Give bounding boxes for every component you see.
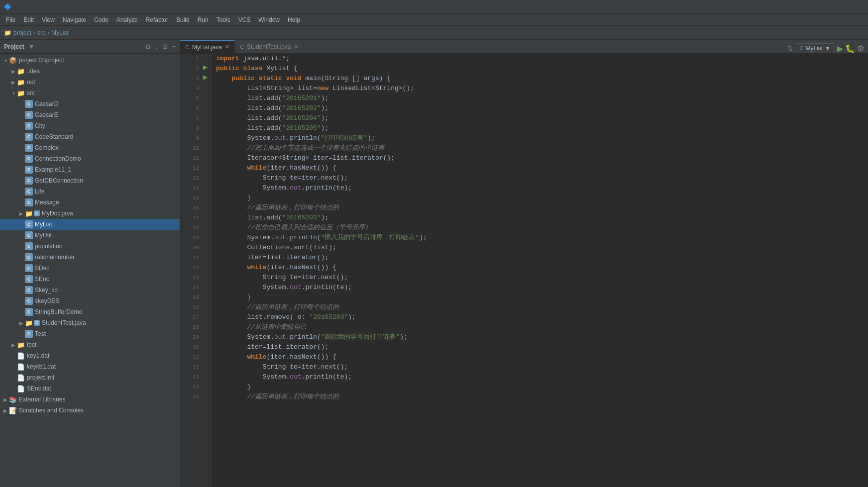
panel-icon-expand[interactable]: ⊞ [162,43,168,50]
tree-item-key1.dat[interactable]: 📄key1.dat [0,350,180,361]
panel-dropdown[interactable]: ▼ [28,43,35,50]
breadcrumb-sep2: › [47,29,49,36]
tab-mylist[interactable]: C MyList.java ✕ [180,40,235,53]
menu-item-file[interactable]: File [2,15,19,24]
line-num-16: 16 [193,203,199,213]
tree-item-skeyDES[interactable]: CskeyDES [0,295,180,306]
tree-item-SEnc.dat[interactable]: 📄SEnc.dat [0,383,180,394]
tree-item-population[interactable]: Cpopulation [0,241,180,252]
run-config-dropdown-icon: ▼ [825,45,831,52]
code-line-29: System.out.println("删除我的学号后打印链表"); [216,332,868,342]
tree-item-project.iml[interactable]: 📄project.iml [0,372,180,383]
menu-item-tools[interactable]: Tools [213,15,234,24]
line-num-21: 21 [193,253,199,263]
breadcrumb-mylist[interactable]: MyList [51,29,69,36]
editor-area: C MyList.java ✕ C StudentTest.java ✕ ⇅ C… [180,40,868,487]
tree-item-idea[interactable]: ▶📁.idea [0,66,180,77]
menu-item-build[interactable]: Build [172,15,194,24]
menu-item-help[interactable]: Help [284,15,304,24]
tree-item-CaesarE[interactable]: CCaesarE [0,109,180,120]
tree-item-scratches[interactable]: ▶📝Scratches and Consoles [0,405,180,416]
tree-item-Life[interactable]: CLife [0,186,180,197]
tree-item-Message[interactable]: CMessage [0,197,180,208]
menu-item-window[interactable]: Window [254,15,284,24]
tree-item-Example11_1[interactable]: CExample11_1 [0,164,180,175]
tree-item-SDec[interactable]: CSDec [0,263,180,274]
tree-item-test[interactable]: ▶📁test [0,339,180,350]
code-line-20: Collections.sort(list); [216,243,868,253]
code-line-4: List<String> list=new LinkedList<String>… [216,84,868,94]
menu-item-edit[interactable]: Edit [19,15,38,24]
menu-item-run[interactable]: Run [194,15,213,24]
tree-item-GetDBConnection[interactable]: CGetDBConnection [0,175,180,186]
tree-item-MyUtil[interactable]: CMyUtil [0,230,180,241]
code-line-35: //遍历单链表，打印每个结点的 [216,392,868,402]
tree-item-ConnectionDemo[interactable]: CConnectionDemo [0,153,180,164]
line-num-13: 13 [193,173,199,183]
menu-item-vcs[interactable]: VCS [234,15,255,24]
more-button[interactable]: ⚙ [857,44,864,53]
line-num-35: 35 [193,392,199,402]
tab-mylist-label: MyList.java [192,44,222,51]
line-num-15: 15 [193,193,199,203]
line-num-17: 17 [193,213,199,223]
title-bar: 🔷 [0,0,868,14]
line-num-12: 12 [193,163,199,173]
code-line-14: System.out.println(te); [216,183,868,193]
code-line-33: System.out.println(te); [216,372,868,382]
code-line-31: while(iter.hasNext()) { [216,352,868,362]
menu-item-navigate[interactable]: Navigate [59,15,90,24]
tree-item-rationalnumber[interactable]: Crationalnumber [0,252,180,263]
run-config-box[interactable]: C MyList ▼ [795,43,835,53]
tree-item-StringBufferDemo[interactable]: CStringBufferDemo [0,306,180,317]
tree-item-Skey_kb[interactable]: CSkey_kb [0,285,180,295]
tree-item-MyDoc.java[interactable]: ▶📁CMyDoc.java [0,208,180,219]
panel-icon-sort[interactable]: ↕ [155,43,159,50]
tree-item-keykb1.dat[interactable]: 📄keykb1.dat [0,361,180,372]
project-tree: ▾📦project D:\project▶📁.idea▶📁out▾📁srcCCa… [0,54,180,487]
line-num-34: 34 [193,382,199,392]
tree-item-StudentTest.java[interactable]: ▶📁CStudentTest.java [0,317,180,328]
editor-content: 1234567891011121314151617181920212223242… [180,54,868,487]
menu-item-refactor[interactable]: Refactor [142,15,172,24]
tree-item-project-root[interactable]: ▾📦project D:\project [0,55,180,66]
panel-icon-collapse[interactable]: − [172,43,176,50]
line-num-27: 27 [193,312,199,322]
line-numbers: 1234567891011121314151617181920212223242… [180,54,202,487]
tree-item-CaesarD[interactable]: CCaesarD [0,98,180,109]
tab-bar: C MyList.java ✕ C StudentTest.java ✕ ⇅ C… [180,40,868,54]
tree-item-City[interactable]: CCity [0,120,180,131]
code-line-26: //遍历单链表，打印每个结点的 [216,302,868,312]
tab-studenttest-close[interactable]: ✕ [294,44,299,50]
run-config-sort-icon[interactable]: ⇅ [787,45,793,52]
tree-item-src[interactable]: ▾📁src [0,88,180,98]
tree-item-CodeStandard[interactable]: CCodeStandard [0,131,180,142]
code-line-22: while(iter.hasNext()) { [216,263,868,273]
tree-item-external-libraries[interactable]: ▶📚External Libraries [0,394,180,405]
panel-icon-settings[interactable]: ⚙ [145,43,151,51]
run-button[interactable]: ▶ [837,44,843,53]
code-line-19: System.out.println("插入我的学号后排序，打印链表"); [216,233,868,243]
tree-item-MyList[interactable]: CMyList [0,219,180,230]
code-line-23: String te=iter.next(); [216,273,868,283]
code-line-25: } [216,292,868,302]
line-num-5: 5 [196,94,199,103]
debug-button[interactable]: 🐛 [845,44,855,53]
tree-item-SEnc[interactable]: CSEnc [0,274,180,285]
gutter-arrow-line-3[interactable]: ▶ [203,74,208,81]
menu-item-view[interactable]: View [38,15,59,24]
tab-mylist-close[interactable]: ✕ [225,44,229,50]
tree-item-Test[interactable]: CTest [0,328,180,339]
gutter-arrow-line-2[interactable]: ▶ [203,64,208,71]
breadcrumb-project[interactable]: project [13,29,31,36]
tab-mylist-icon: C [185,44,189,50]
menu-item-analyze[interactable]: Analyze [112,15,142,24]
line-num-29: 29 [193,332,199,342]
breadcrumb-src[interactable]: src [37,29,45,36]
tree-item-Complex[interactable]: CComplex [0,142,180,153]
menu-item-code[interactable]: Code [90,15,112,24]
tab-studenttest[interactable]: C StudentTest.java ✕ [235,40,304,53]
code-area[interactable]: import java.util.*;public class MyList {… [212,54,868,487]
main-layout: Project ▼ ⚙ ↕ ⊞ − ▾📦project D:\project▶📁… [0,40,868,487]
tree-item-out[interactable]: ▶📁out [0,77,180,88]
